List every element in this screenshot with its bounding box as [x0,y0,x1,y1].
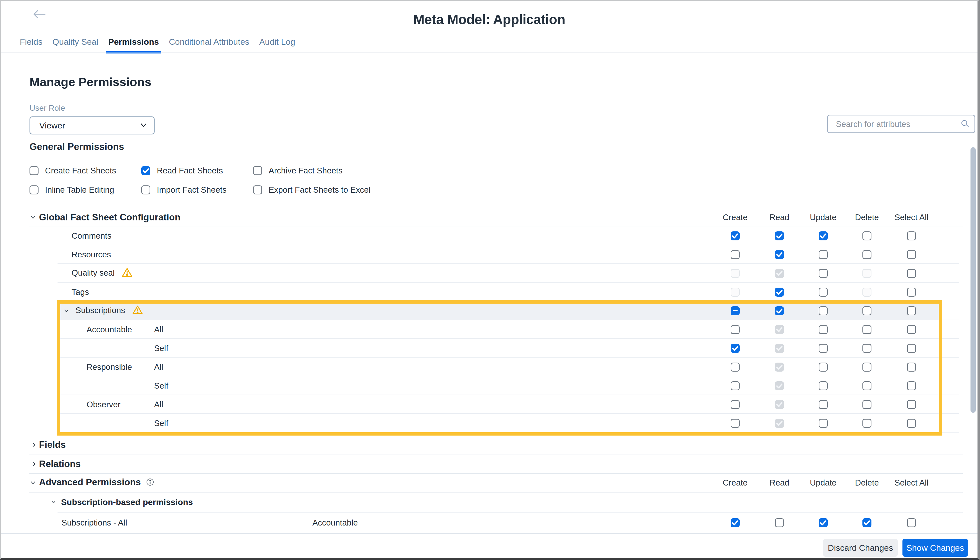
row-label: Accountable [87,325,132,334]
checkbox-self-select-all[interactable] [907,381,916,390]
row-label: Comments [72,231,112,241]
discard-changes-button[interactable]: Discard Changes [823,539,898,557]
show-changes-button[interactable]: Show Changes [903,539,968,557]
section-relations[interactable]: Relations [1,455,978,473]
checkbox-subscriptions-create[interactable] [731,307,740,315]
checkbox-subscriptions-read[interactable] [775,307,784,315]
search-box [827,115,975,133]
checkbox-observer-select-all[interactable] [907,400,916,409]
checkbox-archive-fact-sheets[interactable] [253,166,262,175]
general-permission-archive-fact-sheets[interactable]: Archive Fact Sheets [253,166,370,175]
row-sublabel: Self [154,418,168,428]
section-heading: Manage Permissions [30,75,151,89]
scrollbar-thumb[interactable] [970,147,976,413]
checkbox-import-fact-sheets[interactable] [141,185,151,194]
checkbox-resources-update[interactable] [819,250,828,259]
checkbox-comments-update[interactable] [819,232,828,240]
checkbox-responsible-delete[interactable] [863,363,871,372]
checkbox-quality-seal-select-all[interactable] [907,269,916,278]
checkbox-resources-read[interactable] [775,250,784,259]
checkbox-responsible-select-all[interactable] [907,363,916,372]
general-permission-inline-table-editing[interactable]: Inline Table Editing [30,185,141,195]
checkbox-observer-read [775,400,784,409]
checkbox-accountable-select-all[interactable] [907,325,916,334]
chevron-down-icon[interactable] [62,307,70,315]
checkbox-inline-table-editing[interactable] [30,185,38,194]
checkbox-accountable-create[interactable] [731,325,740,334]
row-subscriptions-all: Subscriptions - All Accountable [1,512,978,533]
checkbox-label: Read Fact Sheets [157,166,223,175]
checkbox-self-delete[interactable] [863,419,871,428]
checkbox-resources-select-all[interactable] [907,250,916,259]
search-input[interactable] [835,115,957,133]
checkbox-observer-delete[interactable] [863,400,871,409]
checkbox-tags-read[interactable] [775,288,784,297]
checkbox-subscriptions-update[interactable] [819,307,828,315]
checkbox-comments-select-all[interactable] [907,232,916,240]
checkbox-observer-update[interactable] [819,400,828,409]
general-permission-read-fact-sheets[interactable]: Read Fact Sheets [141,166,253,175]
checkbox-self-delete[interactable] [863,344,871,353]
user-role-select[interactable]: Viewer [30,117,155,135]
checkbox-subscriptions-delete[interactable] [863,307,871,315]
checkbox-accountable-delete[interactable] [863,325,871,334]
checkbox-responsible-update[interactable] [819,363,828,372]
checkbox-self-update[interactable] [819,419,828,428]
checkbox-self-create[interactable] [731,344,740,353]
column-header-update: Update [810,478,836,488]
checkbox-export-fact-sheets-to-excel[interactable] [253,185,262,194]
checkbox-accountable-update[interactable] [819,325,828,334]
checkbox-resources-delete[interactable] [863,250,871,259]
row-label: Resources [72,250,111,259]
checkbox-comments-read[interactable] [775,232,784,240]
tab-conditional-attributes[interactable]: Conditional Attributes [169,31,249,52]
checkbox-resources-create[interactable] [731,250,740,259]
checkbox-subscriptions-all-create[interactable] [731,518,740,527]
checkbox-quality-seal-update[interactable] [819,269,828,278]
warning-icon [132,307,143,317]
general-permission-create-fact-sheets[interactable]: Create Fact Sheets [30,166,141,175]
section-subscription-based[interactable]: Subscription-based permissions [1,492,978,512]
table-row-observer: ObserverAll [1,395,978,414]
checkbox-label: Inline Table Editing [45,185,114,195]
checkbox-accountable-read [775,325,784,334]
general-permission-export-fact-sheets-to-excel[interactable]: Export Fact Sheets to Excel [253,185,370,195]
general-permission-import-fact-sheets[interactable]: Import Fact Sheets [141,185,253,195]
checkbox-subscriptions-select-all[interactable] [907,307,916,315]
checkbox-self-select-all[interactable] [907,344,916,353]
section-fields[interactable]: Fields [1,435,978,455]
checkbox-label: Archive Fact Sheets [269,166,343,175]
checkbox-observer-create[interactable] [731,400,740,409]
tab-fields[interactable]: Fields [20,31,42,52]
column-header-delete: Delete [855,213,879,222]
checkbox-subscriptions-all-update[interactable] [819,518,828,527]
tab-permissions[interactable]: Permissions [108,31,159,52]
column-header-read: Read [770,478,789,488]
checkbox-self-create[interactable] [731,381,740,390]
checkbox-subscriptions-all-read[interactable] [775,518,784,527]
tab-quality-seal[interactable]: Quality Seal [52,31,98,52]
checkbox-self-update[interactable] [819,344,828,353]
checkbox-comments-create[interactable] [731,232,740,240]
checkbox-responsible-create[interactable] [731,363,740,372]
checkbox-self-update[interactable] [819,381,828,390]
checkbox-self-delete[interactable] [863,381,871,390]
checkbox-tags-update[interactable] [819,288,828,297]
global-section-header[interactable]: Global Fact Sheet Configuration CreateRe… [1,209,978,226]
checkbox-comments-delete[interactable] [863,232,871,240]
section-advanced-permissions[interactable]: Advanced Permissions CreateReadUpdateDel… [1,473,978,492]
checkbox-tags-select-all[interactable] [907,288,916,297]
checkbox-tags-create [731,288,740,297]
general-permissions-grid: Create Fact SheetsRead Fact SheetsArchiv… [30,166,370,195]
checkbox-subscriptions-all-select-all[interactable] [907,518,916,527]
subscription-based-title: Subscription-based permissions [61,497,193,507]
column-header-update: Update [810,213,836,222]
checkbox-create-fact-sheets[interactable] [30,166,38,175]
checkbox-read-fact-sheets[interactable] [141,166,151,175]
checkbox-self-select-all[interactable] [907,419,916,428]
checkbox-subscriptions-all-delete[interactable] [863,518,871,527]
tab-audit-log[interactable]: Audit Log [259,31,295,52]
tab-bar: FieldsQuality SealPermissionsConditional… [20,31,295,52]
checkbox-label: Create Fact Sheets [45,166,116,175]
checkbox-self-create[interactable] [731,419,740,428]
